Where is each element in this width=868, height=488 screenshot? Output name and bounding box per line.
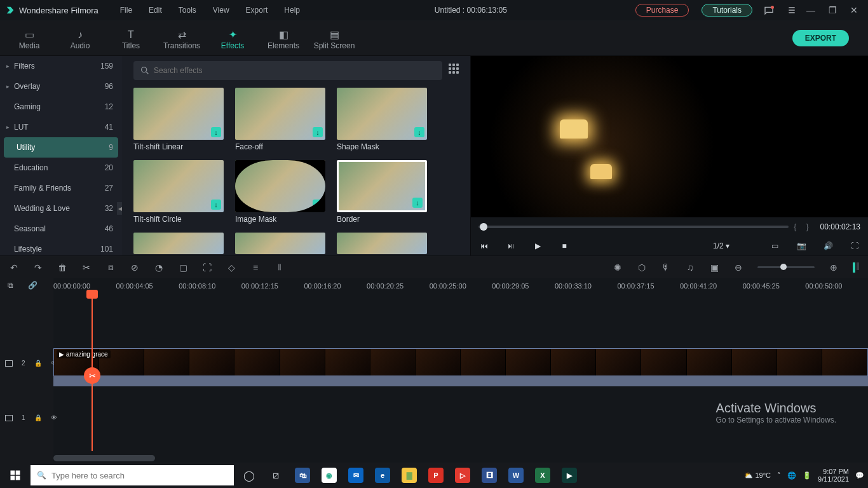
export-button[interactable]: EXPORT [792, 30, 849, 46]
effect-tilt-shift-circle[interactable]: Tilt-shift Circle [133, 160, 224, 224]
sidebar-collapse-icon[interactable]: ◀ [117, 202, 122, 215]
word-icon[interactable]: W [505, 465, 527, 485]
category-education[interactable]: Education20 [0, 158, 122, 178]
snapshot-icon[interactable]: 📷 [796, 241, 807, 250]
download-icon[interactable] [211, 200, 221, 210]
tab-media[interactable]: ▭Media [4, 25, 55, 51]
zoom-out-button[interactable]: ⊖ [733, 262, 743, 273]
task-view-icon[interactable]: ◯ [238, 465, 261, 485]
tab-transitions[interactable]: ⇄Transitions [156, 25, 207, 51]
effect-shape-mask[interactable]: Shape Mask [337, 88, 427, 151]
menu-export[interactable]: Export [240, 3, 275, 17]
crop-button[interactable]: ⧈ [105, 262, 116, 273]
adjust-button[interactable]: ≡ [250, 262, 261, 273]
battery-icon[interactable]: 🔋 [803, 471, 811, 480]
cortana-icon[interactable]: ⧄ [264, 465, 287, 485]
purchase-button[interactable]: Purchase [635, 4, 689, 17]
preview-viewport[interactable] [471, 56, 868, 217]
effect-border[interactable]: Border [337, 160, 427, 224]
filmora-taskbar-icon[interactable]: ▶ [558, 465, 581, 485]
tutorials-button[interactable]: Tutorials [702, 4, 752, 17]
category-wedding-love[interactable]: Wedding & Love32 [0, 198, 122, 219]
fullscreen-icon[interactable]: ⛶ [849, 241, 860, 250]
download-icon[interactable] [211, 127, 221, 137]
audio-clip[interactable] [53, 376, 868, 386]
prev-frame-button[interactable]: ⏮ [478, 241, 490, 250]
link-toggle-icon[interactable]: 🔗 [28, 281, 37, 290]
render-button[interactable]: ✺ [613, 262, 623, 273]
category-family-friends[interactable]: Family & Friends27 [0, 178, 122, 198]
effect-more[interactable] [235, 233, 325, 254]
mark-brackets[interactable]: { } [794, 222, 812, 231]
delete-button[interactable]: 🗑 [57, 262, 67, 273]
play-pause-button[interactable]: ⏯ [505, 241, 517, 250]
download-icon[interactable] [313, 200, 323, 210]
grid-view-icon[interactable] [449, 64, 463, 78]
category-seasonal[interactable]: Seasonal46 [0, 219, 122, 239]
category-lifestyle[interactable]: Lifestyle101 [0, 239, 122, 255]
zoom-slider[interactable] [757, 266, 815, 268]
sample-color-button[interactable]: ▣ [709, 262, 719, 273]
record-vo-button[interactable]: 🎙 [661, 262, 671, 273]
display-ratio[interactable]: 1/2 ▾ [713, 241, 729, 250]
manage-tracks-icon[interactable]: ⧉ [8, 281, 13, 290]
taskbar-search-input[interactable] [51, 471, 227, 480]
weather-widget[interactable]: ⛅ 19°C [744, 471, 771, 480]
menu-view[interactable]: View [207, 3, 236, 17]
tab-split-screen[interactable]: ▤Split Screen [309, 25, 360, 51]
pdf-icon[interactable]: P [424, 465, 447, 485]
menu-file[interactable]: File [114, 3, 139, 17]
effect-tilt-shift-linear[interactable]: Tilt-shift Linear [133, 88, 224, 151]
close-button[interactable]: ✕ [845, 5, 863, 15]
download-icon[interactable] [412, 198, 423, 208]
tab-titles[interactable]: TTitles [105, 25, 156, 51]
color-button[interactable]: ◔ [154, 262, 164, 273]
keyframe-button[interactable]: ◇ [226, 262, 236, 273]
track-2-header[interactable]: 2🔒👁 [5, 360, 57, 367]
category-filters[interactable]: ▸Filters159 [0, 56, 122, 76]
lock-icon[interactable]: 🔒 [34, 360, 42, 367]
category-gaming[interactable]: Gaming12 [0, 97, 122, 117]
effect-more[interactable] [133, 233, 224, 254]
display-settings-icon[interactable]: ▭ [769, 241, 780, 250]
timeline-ruler[interactable]: 00:00:00:0000:00:04:0500:00:08:1000:00:1… [0, 278, 868, 294]
timeline-scrollbar[interactable] [53, 455, 155, 461]
network-icon[interactable]: 🌐 [787, 471, 796, 480]
notifications-icon[interactable]: 💬 [855, 471, 864, 480]
download-icon[interactable] [313, 127, 323, 137]
tab-elements[interactable]: ◧Elements [258, 25, 309, 51]
audio-mixer-button[interactable]: ♫ [685, 262, 695, 273]
chrome-icon[interactable]: ◉ [318, 465, 341, 485]
speed-button[interactable]: ⊘ [130, 262, 140, 273]
list-icon[interactable] [785, 4, 798, 17]
track-1-header[interactable]: 1🔒👁 [5, 414, 57, 421]
recorder-icon[interactable]: ▷ [451, 465, 474, 485]
zoom-in-button[interactable]: ⊕ [829, 262, 839, 273]
tab-audio[interactable]: ♪Audio [55, 25, 105, 51]
category-overlay[interactable]: ▸Overlay96 [0, 76, 122, 97]
effect-face-off[interactable]: Face-off [235, 88, 325, 151]
video-editor-icon[interactable]: 🎞 [478, 465, 501, 485]
clock[interactable]: 9:07 PM 9/11/2021 [818, 468, 849, 483]
seek-bar[interactable] [478, 226, 789, 228]
download-icon[interactable] [414, 127, 424, 137]
minimize-button[interactable]: — [802, 5, 820, 15]
redo-button[interactable]: ↷ [33, 262, 43, 273]
volume-icon[interactable]: 🔊 [822, 241, 834, 250]
lock-icon[interactable]: 🔒 [34, 414, 42, 421]
audio-sync-button[interactable]: ⦀ [275, 262, 285, 273]
split-button[interactable]: ✂ [81, 262, 92, 273]
tray-chevron-icon[interactable]: ˄ [777, 471, 781, 480]
menu-help[interactable]: Help [278, 3, 306, 17]
taskbar-search[interactable]: 🔍 [31, 465, 234, 485]
start-button[interactable] [4, 465, 27, 485]
effect-image-mask[interactable]: Image Mask [235, 160, 325, 224]
search-box[interactable] [133, 61, 442, 80]
green-screen-button[interactable]: ▢ [178, 262, 188, 273]
stop-button[interactable]: ■ [559, 241, 570, 250]
excel-icon[interactable]: X [531, 465, 554, 485]
menu-tools[interactable]: Tools [172, 3, 203, 17]
tab-effects[interactable]: ✦Effects [207, 25, 258, 51]
mail-icon[interactable]: ✉ [344, 465, 367, 485]
undo-button[interactable]: ↶ [9, 262, 19, 273]
